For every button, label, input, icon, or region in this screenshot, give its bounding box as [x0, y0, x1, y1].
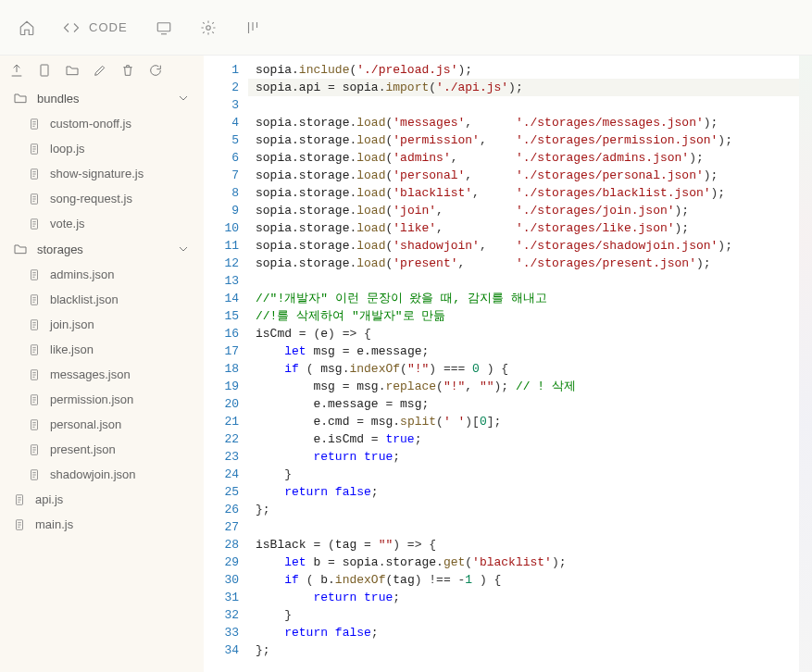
file-row[interactable]: blacklist.json — [0, 287, 204, 312]
code-line[interactable]: } — [248, 466, 799, 483]
code-line[interactable]: isBlack = (tag = "") => { — [248, 536, 799, 554]
code-line[interactable]: sopia.storage.load('present', './storage… — [248, 255, 799, 272]
code-line[interactable]: sopia.storage.load('admins', './storages… — [248, 149, 799, 167]
home-button[interactable] — [19, 19, 35, 36]
code-line[interactable]: e.isCmd = true; — [248, 430, 799, 448]
trash-icon[interactable] — [120, 63, 135, 78]
monitor-button[interactable] — [156, 19, 172, 36]
file-row[interactable]: api.js — [0, 487, 204, 512]
code-line[interactable]: sopia.storage.load('blacklist', './stora… — [248, 184, 799, 202]
minimap[interactable] — [799, 56, 812, 672]
topbar: CODE — [0, 0, 812, 56]
code-line[interactable]: }; — [248, 641, 799, 659]
line-number: 2 — [204, 79, 239, 96]
file-row[interactable]: custom-onoff.js — [0, 111, 204, 136]
refresh-icon[interactable] — [148, 63, 163, 78]
code-line[interactable]: } — [248, 606, 799, 624]
code-line[interactable]: sopia.api = sopia.import('./api.js'); — [248, 79, 799, 96]
file-row[interactable]: loop.js — [0, 136, 204, 161]
code-line[interactable]: let b = sopia.storage.get('blacklist'); — [248, 554, 799, 571]
line-number: 22 — [204, 430, 239, 448]
code-line[interactable]: isCmd = (e) => { — [248, 325, 799, 342]
file-name: admins.json — [50, 268, 114, 281]
line-number: 19 — [204, 378, 239, 395]
line-number: 8 — [204, 184, 239, 202]
edit-icon[interactable] — [93, 63, 107, 78]
line-number: 6 — [204, 149, 239, 167]
line-number: 10 — [204, 219, 239, 237]
code-line[interactable]: //"!개발자" 이런 문장이 왔을 때, 감지를 해내고 — [248, 290, 799, 307]
file-name: main.js — [35, 517, 73, 531]
new-folder-icon[interactable] — [65, 63, 80, 78]
bars-icon — [244, 19, 261, 36]
line-number: 34 — [204, 641, 239, 659]
file-row[interactable]: present.json — [0, 437, 204, 462]
bars-button[interactable] — [244, 19, 261, 36]
file-row[interactable]: like.json — [0, 337, 204, 362]
editor[interactable]: 1234567891011121314151617181920212223242… — [204, 56, 812, 672]
code-line[interactable]: sopia.storage.load('shadowjoin', './stor… — [248, 237, 799, 255]
code-line[interactable]: }; — [248, 501, 799, 518]
code-line[interactable]: sopia.include('./preload.js'); — [248, 61, 799, 79]
code-line[interactable]: sopia.storage.load('like', './storages/l… — [248, 219, 799, 237]
code-line[interactable] — [248, 96, 799, 114]
folder-row[interactable]: bundles — [0, 85, 204, 111]
line-number: 31 — [204, 589, 239, 606]
code-line[interactable]: sopia.storage.load('personal', './storag… — [248, 167, 799, 184]
code-tab[interactable]: CODE — [63, 19, 128, 36]
code-line[interactable] — [248, 272, 799, 290]
file-row[interactable]: messages.json — [0, 362, 204, 387]
svg-point-1 — [206, 25, 210, 30]
file-name: show-signature.js — [50, 167, 144, 180]
file-row[interactable]: join.json — [0, 312, 204, 337]
code-line[interactable]: return false; — [248, 624, 799, 641]
code-line[interactable]: sopia.storage.load('messages', './storag… — [248, 114, 799, 131]
code-line[interactable]: if ( msg.indexOf("!") === 0 ) { — [248, 360, 799, 378]
file-name: loop.js — [50, 142, 85, 156]
file-row[interactable]: vote.js — [0, 211, 204, 236]
file-row[interactable]: song-request.js — [0, 186, 204, 211]
code-line[interactable]: let msg = e.message; — [248, 342, 799, 360]
code-line[interactable]: return true; — [248, 448, 799, 466]
line-number: 30 — [204, 571, 239, 589]
sidebar: bundlescustom-onoff.jsloop.jsshow-signat… — [0, 56, 204, 672]
line-number: 15 — [204, 307, 239, 325]
file-row[interactable]: admins.json — [0, 262, 204, 287]
code-line[interactable]: if ( b.indexOf(tag) !== -1 ) { — [248, 571, 799, 589]
line-number: 25 — [204, 483, 239, 501]
code-line[interactable]: sopia.storage.load('permission', './stor… — [248, 131, 799, 149]
new-file-icon[interactable] — [37, 63, 52, 78]
settings-button[interactable] — [200, 19, 217, 36]
folder-row[interactable]: storages — [0, 236, 204, 262]
file-row[interactable]: main.js — [0, 512, 204, 537]
line-number: 32 — [204, 606, 239, 624]
line-number: 11 — [204, 237, 239, 255]
line-number: 16 — [204, 325, 239, 342]
file-name: custom-onoff.js — [50, 117, 131, 131]
code-line[interactable]: return false; — [248, 483, 799, 501]
code-line[interactable]: return true; — [248, 589, 799, 606]
main: bundlescustom-onoff.jsloop.jsshow-signat… — [0, 56, 812, 672]
code-line[interactable]: //!를 삭제하여 "개발자"로 만듦 — [248, 307, 799, 325]
file-name: vote.js — [50, 217, 85, 230]
file-row[interactable]: personal.json — [0, 412, 204, 437]
code-icon — [63, 19, 80, 36]
code-line[interactable]: e.cmd = msg.split(' ')[0]; — [248, 413, 799, 430]
upload-icon[interactable] — [9, 63, 24, 78]
line-number: 9 — [204, 202, 239, 219]
home-icon — [19, 19, 35, 36]
code-line[interactable]: e.message = msg; — [248, 395, 799, 413]
file-row[interactable]: show-signature.js — [0, 161, 204, 186]
file-name: messages.json — [50, 367, 131, 381]
file-name: song-request.js — [50, 192, 132, 205]
line-number: 7 — [204, 167, 239, 184]
code-line[interactable]: sopia.storage.load('join', './storages/j… — [248, 202, 799, 219]
file-row[interactable]: shadowjoin.json — [0, 462, 204, 487]
code-area[interactable]: sopia.include('./preload.js');sopia.api … — [248, 56, 799, 672]
file-row[interactable]: permission.json — [0, 387, 204, 412]
code-line[interactable]: msg = msg.replace("!", ""); // ! 삭제 — [248, 378, 799, 395]
line-number: 13 — [204, 272, 239, 290]
line-number: 4 — [204, 114, 239, 131]
code-line[interactable] — [248, 518, 799, 536]
file-name: blacklist.json — [50, 292, 119, 306]
